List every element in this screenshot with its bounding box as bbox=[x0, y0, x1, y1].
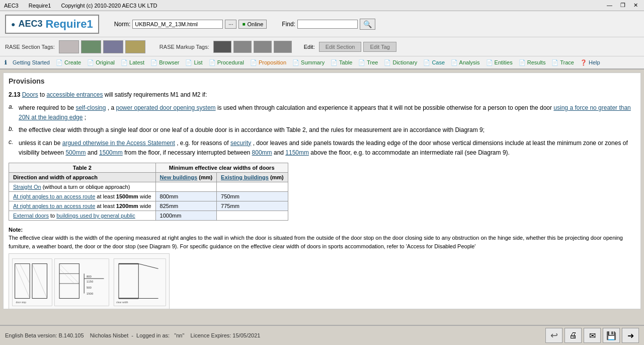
rase-markup-2[interactable] bbox=[233, 41, 252, 53]
restore-button[interactable]: ❐ bbox=[618, 2, 627, 9]
diagram-container: 800 1150 500 1500 door stop clear width … bbox=[9, 250, 635, 309]
rase-tag-s[interactable] bbox=[103, 40, 123, 53]
rase-markup-label: RASE Markup Tags: bbox=[159, 44, 209, 50]
norm-input[interactable] bbox=[132, 20, 223, 29]
table-cell-1500-new: 800mm bbox=[155, 191, 217, 201]
list-item-b: b. the effective clear width through a s… bbox=[9, 125, 635, 135]
norm-area: Norm: ··· ■ Online bbox=[114, 20, 267, 29]
item-c-text7: above the floor, e.g. to accommodate an … bbox=[310, 149, 510, 156]
rase-tag-e[interactable] bbox=[125, 40, 145, 53]
minimize-button[interactable]: — bbox=[605, 2, 614, 9]
print-button[interactable]: 🖨 bbox=[565, 328, 582, 343]
table-cell-1200-existing: 775mm bbox=[217, 201, 288, 211]
norm-browse-button[interactable]: ··· bbox=[225, 20, 236, 29]
svg-rect-6 bbox=[54, 259, 109, 306]
window-title: Require1 bbox=[29, 3, 51, 9]
nav-tree[interactable]: 📄 Tree bbox=[356, 58, 380, 67]
svg-text:clear width: clear width bbox=[116, 302, 128, 304]
security-link[interactable]: security bbox=[230, 140, 251, 147]
list-letter-b: b. bbox=[9, 125, 19, 135]
table-cell-1500-dir: At right angles to an access route at le… bbox=[9, 191, 156, 201]
table-cell-external-dir: External doors to buildings used by gene… bbox=[9, 211, 156, 220]
svg-line-11 bbox=[59, 269, 74, 284]
list-content-a: where required to be self-closing , a po… bbox=[19, 103, 635, 122]
undo-button[interactable]: ↩ bbox=[545, 328, 562, 343]
table-cell-1200-dir: At right angles to an access route at le… bbox=[9, 201, 156, 211]
note-title: Note: bbox=[9, 227, 23, 233]
table-row-1500: At right angles to an access route at le… bbox=[9, 191, 288, 201]
nav-browser[interactable]: 📄 Browser bbox=[148, 58, 182, 67]
svg-text:500: 500 bbox=[87, 286, 92, 289]
note-text: The effective clear width is the width o… bbox=[9, 235, 623, 249]
nav-original[interactable]: 📄 Original bbox=[85, 58, 117, 67]
main-content: Provisions 2.13 Doors to accessible entr… bbox=[3, 73, 641, 309]
nav-entities[interactable]: 📄 Entities bbox=[484, 58, 515, 67]
rase-markup-4[interactable] bbox=[274, 41, 292, 53]
nav-summary[interactable]: 📄 Summary bbox=[290, 58, 327, 67]
power-operated-link[interactable]: power operated door opening system bbox=[116, 104, 215, 111]
nav-results[interactable]: 📄 Results bbox=[516, 58, 548, 67]
find-label: Find: bbox=[282, 21, 295, 28]
find-button[interactable]: 🔍 bbox=[360, 19, 375, 30]
doors-link[interactable]: Doors bbox=[22, 91, 38, 98]
save-button[interactable]: 💾 bbox=[603, 328, 620, 343]
item-c-text1: unless it can be bbox=[19, 140, 62, 147]
nav-proposition[interactable]: 📄 Proposition bbox=[248, 58, 289, 67]
existing-buildings-link[interactable]: Existing buildings bbox=[221, 174, 269, 180]
rase-markup-3[interactable] bbox=[254, 41, 272, 53]
access-statement-link[interactable]: argued otherwise in the Access Statement bbox=[62, 140, 175, 147]
nav-table[interactable]: 📄 Table bbox=[328, 58, 355, 67]
nav-dictionary[interactable]: 📄 Dictionary bbox=[381, 58, 420, 67]
external-doors-link[interactable]: External doors bbox=[13, 213, 49, 219]
rase-markup-1[interactable] bbox=[213, 41, 231, 53]
export-button[interactable]: ➜ bbox=[622, 328, 639, 343]
edit-tag-button[interactable]: Edit Tag bbox=[363, 42, 396, 52]
list-letter-a: a. bbox=[9, 103, 19, 122]
nav-info-icon[interactable]: ℹ bbox=[2, 58, 9, 67]
nav-latest[interactable]: 📄 Latest bbox=[118, 58, 147, 67]
list-item-a: a. where required to be self-closing , a… bbox=[9, 103, 635, 122]
accessible-entrances-link[interactable]: accessible entrances bbox=[46, 91, 103, 98]
buildings-public-link[interactable]: buildings used by general public bbox=[56, 213, 135, 219]
svg-text:1500: 1500 bbox=[87, 292, 94, 295]
nav-trace[interactable]: 📄 Trace bbox=[549, 58, 577, 67]
1150mm-link[interactable]: 1150mm bbox=[285, 149, 309, 156]
rase-tag-a[interactable] bbox=[81, 40, 101, 53]
app-name: AEC3 bbox=[4, 3, 19, 9]
online-label: Online bbox=[248, 21, 264, 27]
at-right-1500-link[interactable]: At right angles to an access route bbox=[13, 193, 95, 199]
rase-tag-r[interactable] bbox=[59, 40, 79, 53]
nav-toolbar: ℹ Getting Started 📄 Create 📄 Original 📄 … bbox=[0, 56, 644, 70]
nav-help[interactable]: ❓ Help bbox=[578, 58, 603, 67]
status-text: English Beta version: B.140.105 Nicholas… bbox=[5, 332, 260, 338]
straight-on-text: (without a turn or oblique approach) bbox=[43, 184, 130, 190]
self-closing-link[interactable]: self-closing bbox=[75, 104, 106, 111]
nav-create[interactable]: 📄 Create bbox=[53, 58, 84, 67]
new-buildings-link[interactable]: New buildings bbox=[160, 174, 198, 180]
username-value: "nn" bbox=[174, 332, 184, 338]
close-button[interactable]: ✕ bbox=[631, 2, 640, 9]
svg-text:800: 800 bbox=[87, 275, 92, 279]
500mm-link[interactable]: 500mm bbox=[65, 149, 86, 156]
online-indicator: ■ Online bbox=[238, 20, 267, 29]
rase-section-label: RASE Section Tags: bbox=[5, 44, 55, 50]
at-right-1200-link[interactable]: At right angles to an access route bbox=[13, 203, 95, 209]
find-input[interactable] bbox=[297, 20, 358, 29]
nav-analysis[interactable]: 📄 Analysis bbox=[448, 58, 482, 67]
nav-getting-started[interactable]: Getting Started bbox=[10, 58, 52, 66]
table-2: Table 2 Minimum effective clear widths o… bbox=[9, 163, 288, 221]
nav-list[interactable]: 📄 List bbox=[183, 58, 205, 67]
item-c-text4: and bbox=[88, 149, 99, 156]
table-cell-straight-existing bbox=[217, 182, 288, 191]
edit-section-button[interactable]: Edit Section bbox=[319, 42, 362, 52]
800mm-link[interactable]: 800mm bbox=[252, 149, 272, 156]
table-col1-header: Direction and width of approach bbox=[9, 172, 156, 182]
svg-line-4 bbox=[20, 264, 30, 284]
straight-on-link[interactable]: Straight On bbox=[13, 184, 41, 190]
nav-procedural[interactable]: 📄 Procedural bbox=[206, 58, 247, 67]
email-button[interactable]: ✉ bbox=[584, 328, 601, 343]
1500mm-link[interactable]: 1500mm bbox=[99, 149, 123, 156]
logo-aec3: AEC3 bbox=[18, 19, 42, 29]
list-content-b: the effective clear width through a sing… bbox=[19, 125, 635, 135]
nav-case[interactable]: 📄 Case bbox=[421, 58, 447, 67]
